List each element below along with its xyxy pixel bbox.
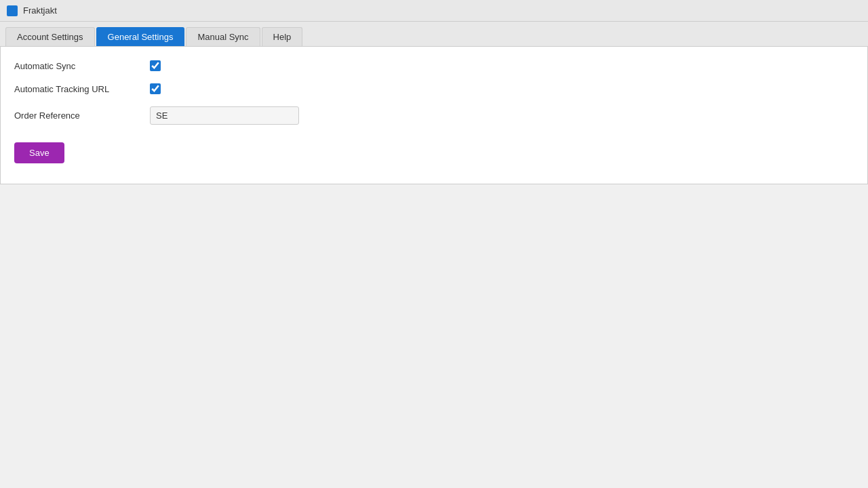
automatic-sync-checkbox[interactable] xyxy=(150,60,161,71)
automatic-sync-label: Automatic Sync xyxy=(14,61,150,71)
app-title: Fraktjakt xyxy=(23,5,57,16)
tab-help[interactable]: Help xyxy=(262,27,303,46)
save-button[interactable]: Save xyxy=(14,142,64,163)
order-reference-label: Order Reference xyxy=(14,110,150,121)
automatic-tracking-url-checkbox[interactable] xyxy=(150,83,161,94)
tab-bar: Account Settings General Settings Manual… xyxy=(0,22,868,47)
tab-general-settings[interactable]: General Settings xyxy=(96,27,185,46)
automatic-tracking-url-row: Automatic Tracking URL xyxy=(14,83,854,94)
automatic-tracking-url-label: Automatic Tracking URL xyxy=(14,84,150,94)
tab-account-settings[interactable]: Account Settings xyxy=(5,27,95,46)
title-bar: Fraktjakt xyxy=(0,0,868,22)
tab-manual-sync[interactable]: Manual Sync xyxy=(186,27,260,46)
order-reference-control xyxy=(150,106,299,125)
order-reference-row: Order Reference xyxy=(14,106,854,125)
content-area: Automatic Sync Automatic Tracking URL Or… xyxy=(0,47,868,184)
automatic-sync-control xyxy=(150,60,161,71)
app-icon xyxy=(7,5,18,16)
automatic-tracking-url-control xyxy=(150,83,161,94)
automatic-sync-row: Automatic Sync xyxy=(14,60,854,71)
order-reference-input[interactable] xyxy=(150,106,299,125)
